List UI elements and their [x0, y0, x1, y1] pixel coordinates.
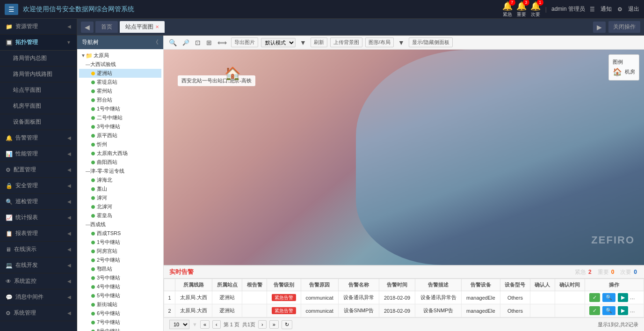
alarm-icon: 🔔: [6, 135, 13, 141]
tree-node-jinjichang[interactable]: — 津-零-常运专线: [79, 167, 161, 176]
sidebar-item-stats[interactable]: 📈 统计报表 ◀: [0, 210, 77, 226]
tree-node-xc-relay6[interactable]: 6号中继站: [79, 309, 161, 318]
tree-node-yuanpingxi[interactable]: 原平西站: [79, 131, 161, 140]
urgent-alert-badge[interactable]: 🔔 7 紧急: [502, 1, 513, 18]
tree-node-xc-relay3[interactable]: 3号中继站: [79, 273, 161, 282]
tree-node-xc-relay2[interactable]: 2号中继站: [79, 256, 161, 265]
tree-node-taiyuannan[interactable]: 太原南大西场: [79, 149, 161, 158]
tab-nav-prev[interactable]: ◀: [81, 22, 94, 33]
secondary-alert-badge[interactable]: 🔔 1 次要: [530, 1, 541, 18]
action-edit-btn-1[interactable]: ✎: [630, 293, 641, 302]
sidebar-item-performance[interactable]: 📊 性能管理 ◀: [0, 146, 77, 162]
sidebar-sub-devicepanel[interactable]: 设备面板图: [0, 114, 77, 130]
tab-close-icon[interactable]: ✕: [155, 24, 159, 29]
tree-node-root[interactable]: ▼ 📁 太原局: [79, 51, 161, 60]
sidebar-sub-routemap[interactable]: 路局管内线路图: [0, 66, 77, 82]
tree-node-xc-relay4[interactable]: 4号中继站: [79, 282, 161, 291]
topbar: ☰ 欢迎使用信号安全数据网综合网管系统 🔔 7 紧急 🔔 3 重要 🔔 1 次要…: [0, 0, 644, 19]
sidebar-item-monitor[interactable]: 👁 系统监控 ◀: [0, 273, 77, 289]
tree-node-gaoshan[interactable]: 藁山: [79, 184, 161, 193]
tree-node-xingtai[interactable]: 邢台站: [79, 96, 161, 104]
tab-station-plan[interactable]: 站点平面图 ✕: [120, 21, 165, 33]
action-detail-btn-2[interactable]: ▶: [618, 306, 628, 315]
sidebar-item-security[interactable]: 🔒 安全管理 ◀: [0, 178, 77, 194]
sidebar-item-reports[interactable]: 📋 报表管理 ◀: [0, 226, 77, 242]
sidebar-sub-stationplan[interactable]: 站点平面图: [0, 82, 77, 98]
tree-node-xc-relay7[interactable]: 7号中继站: [79, 318, 161, 327]
page-size-select[interactable]: 10: [169, 320, 189, 329]
action-search-btn-1[interactable]: 🔍: [602, 293, 615, 302]
menu-toggle-button[interactable]: ☰: [5, 4, 18, 15]
action-detail-btn-1[interactable]: ▶: [618, 293, 628, 302]
tree-node-xc-relay5[interactable]: 5号中继站: [79, 291, 161, 300]
zoom-in-icon[interactable]: 🔍: [167, 38, 178, 47]
menu-icon[interactable]: ☰: [590, 6, 595, 13]
action-confirm-btn-2[interactable]: ✓: [589, 306, 600, 315]
tree-node-huhe[interactable]: 滹河: [79, 193, 161, 202]
page-next-btn[interactable]: ›: [258, 320, 267, 329]
page-first-btn[interactable]: «: [200, 320, 210, 329]
sidebar-item-demo[interactable]: 🖥 在线演示 ◀: [0, 242, 77, 257]
tree-node-quyangxi[interactable]: 曲阳西站: [79, 158, 161, 167]
secondary-label: 次要: [531, 11, 540, 18]
user-menu[interactable]: admin 管理员: [551, 5, 585, 13]
notification-link[interactable]: 通知: [601, 5, 612, 13]
action-search-btn-2[interactable]: 🔍: [602, 306, 615, 315]
tab-home[interactable]: 首页: [95, 21, 118, 33]
upload-bg-button[interactable]: 上传背景图: [330, 37, 362, 47]
tree-node-afanggong[interactable]: 阿房宫站: [79, 247, 161, 256]
tree-node-daxitest[interactable]: — 大西试验线: [79, 60, 161, 69]
page-prev-btn[interactable]: ‹: [212, 320, 221, 329]
sidebar-sub-overview[interactable]: 路局管内总图: [0, 51, 77, 66]
pan-icon[interactable]: ⟺: [216, 38, 228, 47]
tab-nav-next[interactable]: ▶: [593, 22, 606, 33]
action-more-btn-1[interactable]: ⋮: [644, 293, 644, 302]
nav-tree-collapse-btn[interactable]: 《: [153, 38, 159, 46]
tree-node-xichengtsrs[interactable]: 西成TSRS: [79, 229, 161, 238]
tree-node-xinzhou[interactable]: 忻州: [79, 140, 161, 149]
sidebar-item-middleware[interactable]: 💬 消息中间件 ◀: [0, 289, 77, 305]
sidebar-item-online-dev[interactable]: 💻 在线开发 ◀: [0, 257, 77, 273]
tree-node-xicheng[interactable]: — 西成线: [79, 220, 161, 229]
page-refresh-btn[interactable]: ↻: [282, 320, 292, 329]
sidebar-item-alarm[interactable]: 🔔 告警管理 ◀: [0, 130, 77, 146]
tree-node-beihuhe[interactable]: 北滹河: [79, 202, 161, 211]
sidebar-item-resources[interactable]: 📁 资源管理 ◀: [0, 19, 77, 35]
tree-node-huhaibei[interactable]: 滹海北: [79, 176, 161, 184]
refresh-button[interactable]: 刷新: [311, 37, 327, 47]
tree-node-huodian[interactable]: 霍堤店站: [79, 78, 161, 87]
export-img-button[interactable]: 导出图片: [231, 37, 258, 47]
map-canvas[interactable]: ZEFIRO 西安北站一号出站口:北京-高铁 🏠 图例 🏠 机房: [164, 50, 644, 265]
sidebar-item-sysadmin[interactable]: ⚙ 系统管理 ◀: [0, 305, 77, 321]
sidebar-sub-machineroom[interactable]: 机房平面图: [0, 98, 77, 114]
action-confirm-btn-1[interactable]: ✓: [589, 293, 600, 302]
tree-node-xc-relay1[interactable]: 1号中继站: [79, 238, 161, 247]
important-alert-badge[interactable]: 🔔 3 重要: [516, 1, 527, 18]
sidebar-item-topology[interactable]: 🔲 拓扑管理 ▼: [0, 35, 77, 51]
zoom-out-icon[interactable]: 🔎: [181, 38, 191, 47]
tree-node-relay3[interactable]: 3号中继站: [79, 122, 161, 131]
settings-icon[interactable]: ⚙: [617, 6, 622, 13]
action-more-btn-2[interactable]: ⋮: [644, 306, 644, 315]
show-panel-button[interactable]: 显示/隐藏侧面板: [409, 37, 453, 47]
tree-node-huohuangdao[interactable]: 霍皇岛: [79, 211, 161, 220]
tree-node-luzhou[interactable]: 逻洲站: [79, 69, 161, 78]
mode-select[interactable]: 默认模式: [261, 38, 296, 47]
tree-node-huyi[interactable]: 鄠邑站: [79, 265, 161, 273]
sidebar-item-config[interactable]: ⚙ 配置管理 ◀: [0, 162, 77, 178]
close-all-button[interactable]: 关闭操作: [608, 21, 640, 33]
status-dot-gaoshan: [91, 187, 95, 191]
status-dot-afanggong: [91, 250, 95, 253]
tree-node-relay1[interactable]: 1号中继站: [79, 104, 161, 113]
sidebar-item-inspection[interactable]: 🔍 巡检管理 ◀: [0, 194, 77, 210]
logout-link[interactable]: 退出: [628, 5, 639, 13]
select-area-icon[interactable]: ⊞: [205, 38, 213, 47]
tree-node-relay2[interactable]: 二号中继站: [79, 113, 161, 122]
tree-node-xc-relay8[interactable]: 8号中继站: [79, 327, 161, 331]
tree-node-huozhou[interactable]: 霍州站: [79, 87, 161, 96]
tree-node-xinjie[interactable]: 新街城站: [79, 300, 161, 309]
zoom-fit-icon[interactable]: ⊡: [194, 38, 202, 47]
page-last-btn[interactable]: »: [269, 320, 279, 329]
action-edit-btn-2[interactable]: ✎: [630, 306, 641, 315]
layout-button[interactable]: 图形/布局: [365, 37, 394, 47]
